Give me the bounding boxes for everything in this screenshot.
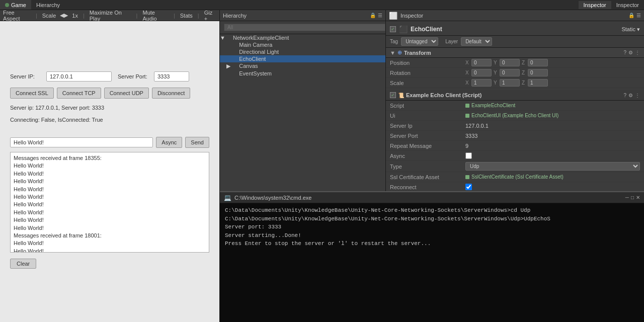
send-button[interactable]: Send [185, 137, 209, 148]
cmd-maximize-icon[interactable]: □ [631, 195, 634, 200]
scale-row: Scale X Y Z [386, 78, 644, 88]
scale-prop-label: Scale [390, 80, 465, 86]
scale-z-input[interactable] [528, 79, 548, 87]
hierarchy-search-bar [220, 21, 385, 34]
rotation-label: Rotation [390, 70, 465, 76]
tab-inspector1[interactable]: Inspector [579, 1, 611, 9]
menu-icon[interactable]: ☰ [378, 13, 382, 18]
aspect-label[interactable]: Free Aspect [3, 10, 31, 22]
tag-select[interactable]: Untagged [401, 37, 438, 46]
maximize-label[interactable]: Maximize On Play [90, 10, 131, 22]
transform-settings-icon[interactable]: ⚙ [628, 50, 633, 55]
prop-checkbox[interactable] [465, 152, 472, 159]
prop-checkbox-checked[interactable] [465, 184, 472, 190]
gizmos-label[interactable]: Giz + [204, 10, 216, 22]
pos-z-input[interactable] [528, 59, 548, 66]
prop-row-script: ScriptExampleEchoClient [386, 101, 644, 111]
async-button[interactable]: Async [156, 137, 182, 148]
server-ip-input[interactable] [46, 71, 112, 82]
component-header[interactable]: ✓ 📜 Example Echo Client (Script) ? ⚙ ⋮ [386, 90, 644, 101]
component-overflow-icon[interactable]: ⋮ [635, 93, 640, 98]
tab-hierarchy[interactable]: Hierarchy [31, 0, 65, 10]
scale-icon: ◀▶ [60, 12, 68, 19]
component-settings-icon[interactable]: ⚙ [628, 93, 633, 98]
h-arrow [226, 42, 231, 48]
scale-x-input[interactable] [471, 79, 492, 87]
hierarchy-list: ▼NetworkExampleClient Main Camera Direct… [220, 34, 385, 211]
separator5: | [198, 13, 199, 19]
obj-checkbox-check: ✓ [391, 27, 395, 32]
layer-select[interactable]: Default [461, 37, 492, 46]
transform-question-icon[interactable]: ? [623, 50, 626, 55]
scale-y-input[interactable] [500, 79, 520, 87]
pos-y-input[interactable] [500, 59, 520, 66]
hierarchy-item-echoclient[interactable]: EchoClient [220, 55, 385, 62]
lock-icon[interactable]: 🔒 [370, 13, 376, 18]
cmd-minimize-icon[interactable]: ─ [625, 195, 629, 200]
pos-x-input[interactable] [471, 59, 492, 66]
tab-inspector2[interactable]: Inspector [611, 1, 644, 9]
top-tab-bar: Game Hierarchy Inspector Inspector [0, 0, 644, 10]
inspector-lock-icon[interactable]: 🔒 [628, 13, 634, 18]
position-xyz: X Y Z [465, 59, 640, 66]
ref-text: EchoClientUI (Example Echo Client UI) [471, 113, 558, 118]
game-panel: Free Aspect | Scale ◀▶ 1x | Maximize On … [0, 10, 220, 322]
pos-x-label: X [465, 60, 470, 65]
rot-y-input[interactable] [500, 69, 520, 76]
component-header-icons: ? ⚙ ⋮ [623, 93, 640, 98]
inspector-menu-icon[interactable]: ☰ [636, 13, 641, 18]
component-check: ✓ [391, 93, 395, 98]
ref-value: ExampleEchoClient [465, 103, 640, 108]
static-label[interactable]: Static ▾ [621, 26, 640, 33]
obj-name[interactable]: EchoClient [411, 26, 618, 33]
tag-layer-row: Tag Untagged Layer Default [386, 36, 644, 48]
tab-game[interactable]: Game [0, 0, 31, 10]
disconnect-button[interactable]: Disconnect [152, 88, 190, 99]
rot-x-input[interactable] [471, 69, 492, 76]
scale-y-item: Y [494, 79, 520, 87]
tab-hierarchy-label: Hierarchy [36, 2, 60, 8]
transform-arrow: ▼ [390, 50, 395, 56]
transform-section-header[interactable]: ▼ ⊕ Transform ? ⚙ ⋮ [386, 48, 644, 58]
prop-text-value: 9 [465, 143, 640, 149]
log-area[interactable]: Messages received at frame 18355:Hello W… [10, 152, 209, 253]
hierarchy-item-canvas[interactable]: ▶Canvas [220, 62, 385, 70]
pos-y-label: Y [494, 60, 499, 65]
rot-z-input[interactable] [528, 69, 548, 76]
stats-label[interactable]: Stats [180, 13, 193, 19]
server-row: Server IP: Server Port: [10, 71, 209, 82]
clear-btn-row: Clear [10, 259, 209, 269]
cmd-close-icon[interactable]: ✕ [636, 195, 640, 200]
prop-select[interactable]: Udp [465, 162, 640, 171]
cmd-line: Server port: 3333 [225, 223, 639, 231]
cmd-line: Server starting...Done! [225, 231, 639, 240]
connect-ssl-button[interactable]: Connect SSL [10, 88, 54, 99]
rot-z-label: Z [522, 70, 527, 75]
ref-text: SslClientCertificate (Ssl Certificate As… [471, 174, 564, 180]
message-input[interactable] [10, 137, 153, 147]
prop-text-value: 127.0.0.1 [465, 123, 640, 129]
layer-label: Layer [445, 39, 458, 44]
prop-row-type: TypeUdp [386, 161, 644, 172]
component-question-icon[interactable]: ? [623, 93, 626, 98]
component-checkbox[interactable]: ✓ [390, 92, 396, 98]
hierarchy-item-directional-light[interactable]: Directional Light [220, 48, 385, 55]
position-label: Position [390, 60, 465, 66]
inspector-title: Inspector [400, 13, 423, 19]
server-port-input[interactable] [154, 71, 189, 82]
clear-button[interactable]: Clear [10, 259, 36, 269]
obj-active-checkbox[interactable]: ✓ [390, 26, 396, 32]
connect-tcp-button[interactable]: Connect TCP [57, 88, 101, 99]
hierarchy-search-input[interactable] [224, 24, 385, 31]
scale-x-label: X [465, 80, 470, 86]
hierarchy-item-main-camera[interactable]: Main Camera [220, 41, 385, 48]
transform-overflow-icon[interactable]: ⋮ [635, 50, 640, 55]
obj-icon: ⬛ [399, 25, 408, 33]
inspector-header-right: 🔒 ☰ [628, 13, 641, 18]
connect-udp-button[interactable]: Connect UDP [104, 88, 149, 99]
hierarchy-item-networkexampleclient[interactable]: ▼NetworkExampleClient [220, 34, 385, 41]
prop-label: Repeat Message [390, 143, 465, 149]
cmd-body[interactable]: C:\Data\Documents\Unity\KnowledgeBase\Un… [220, 203, 644, 322]
hierarchy-item-eventsystem[interactable]: EventSystem [220, 70, 385, 77]
mute-label[interactable]: Mute Audio [142, 10, 168, 22]
